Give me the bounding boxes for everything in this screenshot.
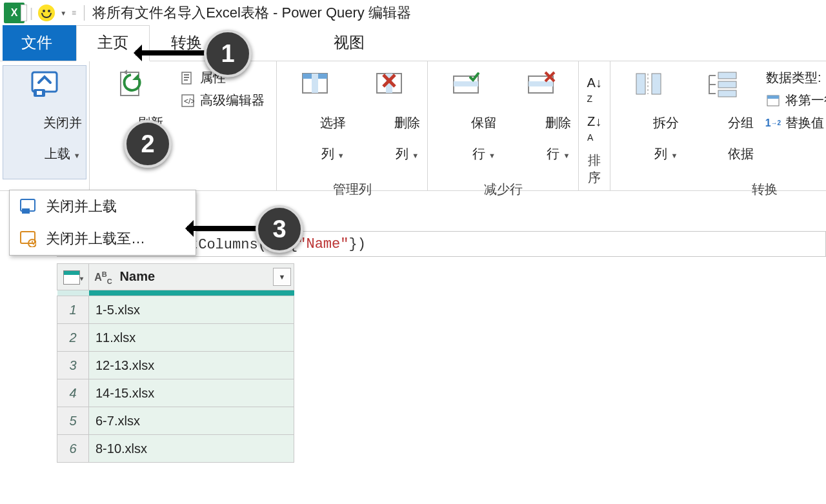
keep-rows-button[interactable]: 保留 行 ▼ <box>430 65 501 179</box>
row-number: 6 <box>57 435 89 463</box>
close-and-load-icon <box>19 197 37 216</box>
table-corner-button[interactable]: ▾ <box>57 264 89 290</box>
group-label-reduce-rows: 减少行 <box>430 179 576 201</box>
table-icon <box>63 270 80 285</box>
close-and-load-label: 关闭并上载 <box>46 197 117 216</box>
annotation-arrow-3 <box>187 226 258 231</box>
close-and-load-button[interactable]: 关闭并 上载 ▼ <box>3 65 86 179</box>
choose-columns-l2: 列 <box>321 146 334 161</box>
svg-rect-6 <box>184 77 189 78</box>
preview-table: ▾ ABC Name ▼ 11-5.xlsx211.xlsx312-13.xls… <box>57 263 294 463</box>
remove-rows-icon <box>524 68 558 99</box>
table-row[interactable]: 56-7.xlsx <box>57 407 294 435</box>
row-number: 1 <box>57 296 89 324</box>
remove-columns-l1: 删除 <box>394 116 420 130</box>
svg-rect-7 <box>184 79 188 81</box>
svg-rect-30 <box>767 96 779 99</box>
group-label-sort: 排序 <box>581 150 607 189</box>
svg-rect-26 <box>718 72 736 79</box>
remove-rows-l1: 删除 <box>545 116 571 130</box>
svg-rect-28 <box>718 90 736 97</box>
group-by-button[interactable]: 分组 依据 <box>687 65 758 177</box>
close-and-load-icon <box>28 68 61 99</box>
annotation-marker-1: 1 <box>204 30 252 77</box>
split-column-l2: 列 <box>654 146 667 161</box>
refresh-icon <box>116 68 149 99</box>
svg-text:</>: </> <box>184 97 194 106</box>
cell-value[interactable]: 11.xlsx <box>89 324 294 352</box>
remove-columns-button[interactable]: 删除 列 ▼ <box>354 65 425 179</box>
chevron-down-icon: ▼ <box>561 152 570 159</box>
choose-columns-button[interactable]: 选择 列 ▼ <box>279 65 350 179</box>
split-column-button[interactable]: 拆分 列 ▼ <box>613 65 684 179</box>
column-header-label: Name <box>120 269 155 283</box>
table-row[interactable]: 11-5.xlsx <box>57 296 294 324</box>
group-by-l2: 依据 <box>728 146 754 161</box>
chevron-down-icon: ▼ <box>72 152 81 159</box>
keep-rows-l1: 保留 <box>471 116 497 130</box>
remove-rows-button[interactable]: 删除 行 ▼ <box>505 65 576 179</box>
cell-value[interactable]: 14-15.xlsx <box>89 379 294 407</box>
keep-rows-icon <box>449 68 483 99</box>
svg-rect-20 <box>529 81 553 86</box>
chevron-down-icon: ▼ <box>669 152 678 159</box>
smiley-icon[interactable] <box>38 5 55 21</box>
svg-rect-24 <box>652 74 661 94</box>
advanced-editor-button[interactable]: </> 高级编辑器 <box>177 90 274 110</box>
cell-value[interactable]: 1-5.xlsx <box>89 296 294 324</box>
remove-columns-icon <box>372 68 406 99</box>
annotation-marker-2: 2 <box>124 120 172 168</box>
column-header-name[interactable]: ABC Name ▼ <box>89 264 294 290</box>
close-and-load-to-label: 关闭并上载至… <box>46 229 145 248</box>
header-row-icon <box>766 94 780 108</box>
chevron-down-icon: ▼ <box>336 152 345 159</box>
ribbon-tabs: 文件 主页 转换 添加列 视图 <box>0 26 826 61</box>
row-number: 5 <box>57 407 89 435</box>
formula-string: "Name" <box>297 236 348 252</box>
cell-value[interactable]: 8-10.xlsx <box>89 435 294 463</box>
column-filter-button[interactable]: ▼ <box>273 268 291 286</box>
svg-rect-23 <box>636 74 645 94</box>
excel-logo-icon: X <box>4 3 25 23</box>
svg-rect-2 <box>37 91 42 95</box>
cell-value[interactable]: 6-7.xlsx <box>89 407 294 435</box>
replace-values-icon: 1→2 <box>766 116 780 130</box>
replace-values-button[interactable]: 1→2 替换值 <box>762 113 826 133</box>
chevron-down-icon: ▼ <box>487 152 496 159</box>
group-label-manage-columns: 管理列 <box>279 179 425 201</box>
row-number: 4 <box>57 379 89 407</box>
data-type-label: 数据类型: <box>766 69 821 86</box>
qat-dropdown-icon[interactable]: ▼ <box>60 10 66 17</box>
svg-rect-32 <box>22 208 30 214</box>
replace-values-label: 替换值 <box>785 114 824 132</box>
advanced-editor-label: 高级编辑器 <box>200 92 265 109</box>
sort-desc-button[interactable]: Z↓A <box>587 114 601 144</box>
keep-rows-l2: 行 <box>472 146 485 161</box>
table-row[interactable]: 414-15.xlsx <box>57 379 294 407</box>
table-row[interactable]: 68-10.xlsx <box>57 435 294 463</box>
cell-value[interactable]: 12-13.xlsx <box>89 352 294 379</box>
close-load-line1: 关闭并 <box>43 116 82 130</box>
formula-suffix: }) <box>348 236 365 252</box>
data-type-button[interactable]: 数据类型: 文本 ▼ <box>762 68 826 88</box>
group-by-icon <box>706 68 740 99</box>
qat-divider <box>84 5 85 21</box>
svg-rect-5 <box>184 74 189 76</box>
tab-view[interactable]: 视图 <box>312 25 386 61</box>
close-and-load-to-icon <box>19 230 37 248</box>
window-title: 将所有文件名导入Excel表格 - Power Query 编辑器 <box>92 3 411 23</box>
table-row[interactable]: 211.xlsx <box>57 324 294 352</box>
split-column-icon <box>632 68 665 99</box>
close-and-load-to-item[interactable]: 关闭并上载至… <box>10 223 196 255</box>
close-and-load-item[interactable]: 关闭并上载 <box>10 190 196 223</box>
use-first-row-label: 将第一行用作标题 <box>785 92 826 109</box>
tab-file[interactable]: 文件 <box>3 25 76 61</box>
ribbon: 关闭并 上载 ▼ 刷新 预览 ▼ <box>0 61 826 191</box>
sort-asc-button[interactable]: A↓Z <box>587 76 601 105</box>
table-row[interactable]: 312-13.xlsx <box>57 352 294 379</box>
group-label-transform: 转换 <box>613 179 826 201</box>
title-bar: X | ▼ ≡ 将所有文件名导入Excel表格 - Power Query 编辑… <box>0 0 826 26</box>
use-first-row-button[interactable]: 将第一行用作标题 ▼ <box>762 90 826 110</box>
qat-overflow-icon[interactable]: ≡ <box>72 8 76 17</box>
queries-pane-label[interactable]: 直询 <box>19 261 39 266</box>
